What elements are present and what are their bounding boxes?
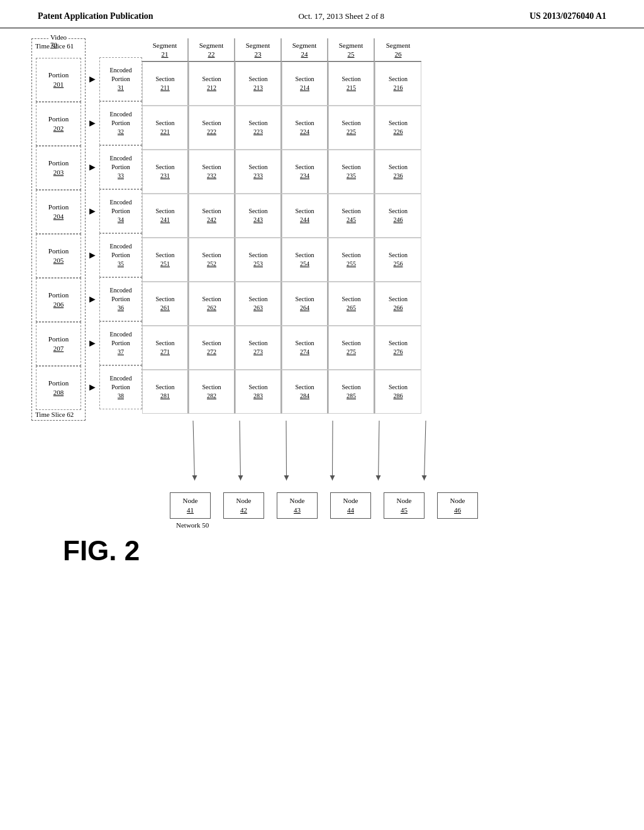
arrow-icon: ► [86, 145, 99, 189]
node-41: Node41 [170, 492, 211, 519]
sec-label: Section [389, 119, 408, 128]
seg-label: Segment [339, 42, 364, 49]
sec-num: 266 [394, 304, 403, 313]
sec-label: Section [296, 339, 314, 348]
sec-num: 255 [347, 260, 356, 268]
enc-label: Encoded [110, 242, 132, 251]
section-244: Section244 [282, 194, 328, 238]
encoded-portion-box-37: EncodedPortion37 [99, 321, 142, 365]
portion-label: Portion [48, 379, 69, 388]
sec-num: 211 [160, 84, 170, 92]
sec-num: 256 [394, 260, 403, 268]
encoded-row-37: ►EncodedPortion37 [86, 321, 142, 365]
sec-num: 285 [347, 392, 356, 401]
sec-num: 284 [300, 392, 309, 401]
node-num: 43 [294, 506, 301, 515]
segment-header-23: Segment23 [235, 38, 282, 62]
sec-label: Section [156, 119, 175, 128]
section-222: Section222 [189, 106, 235, 150]
enc-num: 31 [118, 84, 124, 92]
sec-label: Section [249, 163, 268, 172]
segment-header-25: Segment25 [328, 38, 375, 62]
enc-label: Portion [111, 75, 130, 84]
seg-num: 24 [301, 50, 308, 58]
seg-num: 26 [395, 50, 402, 58]
encoded-portion-box-34: EncodedPortion34 [99, 189, 142, 233]
sec-label: Section [249, 119, 268, 128]
sec-label: Section [389, 383, 408, 392]
node-num: 45 [401, 506, 408, 515]
sec-label: Section [156, 295, 175, 304]
section-row-0: Section211Section212Section213Section214… [142, 62, 421, 106]
section-241: Section241 [142, 194, 189, 238]
portion-num: 204 [53, 212, 64, 221]
node-46: Node46 [437, 492, 478, 519]
sec-num: 234 [300, 172, 309, 180]
sections-area: Segment21Segment22Segment23Segment24Segm… [142, 38, 421, 414]
outer-portions-box: Video 70 Time Slice 61 Time Slice 62 Por… [31, 38, 86, 421]
portion-box-208: Portion208 [36, 366, 81, 410]
sec-label: Section [156, 383, 175, 392]
segment-header-21: Segment21 [142, 38, 189, 62]
sec-label: Section [389, 75, 408, 84]
seg-num: 25 [348, 50, 355, 58]
sec-num: 225 [347, 128, 356, 136]
sec-label: Section [342, 383, 361, 392]
svg-marker-5 [284, 475, 289, 480]
sec-num: 246 [394, 216, 403, 224]
sec-label: Section [342, 163, 361, 172]
section-261: Section261 [142, 282, 189, 326]
section-252: Section252 [189, 238, 235, 282]
sec-num: 274 [300, 348, 309, 357]
svg-line-8 [379, 421, 380, 480]
node-num: 42 [240, 506, 247, 515]
section-275: Section275 [328, 326, 375, 370]
sec-label: Section [203, 119, 221, 128]
sec-label: Section [342, 75, 361, 84]
segment-header-22: Segment22 [189, 38, 235, 62]
section-243: Section243 [235, 194, 282, 238]
portion-box-204: Portion204 [36, 190, 81, 234]
time-slice-62-label: Time Slice 62 [35, 411, 74, 418]
enc-num: 32 [118, 128, 124, 136]
section-row-7: Section281Section282Section283Section284… [142, 370, 421, 414]
svg-line-2 [240, 421, 241, 480]
section-211: Section211 [142, 62, 189, 106]
sec-label: Section [203, 163, 221, 172]
encoded-portion-box-36: EncodedPortion36 [99, 277, 142, 321]
section-231: Section231 [142, 150, 189, 194]
encoded-row-31: ►EncodedPortion31 [86, 57, 142, 101]
sec-label: Section [296, 383, 314, 392]
encoded-portion-box-38: EncodedPortion38 [99, 365, 142, 409]
arrow-icon: ► [86, 101, 99, 145]
sec-num: 241 [160, 216, 170, 224]
section-281: Section281 [142, 370, 189, 414]
node-45: Node45 [384, 492, 425, 519]
portion-label: Portion [48, 70, 69, 80]
section-row-5: Section261Section262Section263Section264… [142, 282, 421, 326]
section-273: Section273 [235, 326, 282, 370]
sec-num: 253 [253, 260, 263, 268]
sec-num: 245 [347, 216, 356, 224]
sec-num: 272 [207, 348, 216, 357]
sec-label: Section [249, 251, 268, 260]
portion-box-201: Portion201 [36, 58, 81, 102]
section-274: Section274 [282, 326, 328, 370]
section-212: Section212 [189, 62, 235, 106]
sec-num: 271 [160, 348, 170, 357]
sec-num: 231 [160, 172, 170, 180]
arrow-icon: ► [86, 57, 99, 101]
sec-label: Section [203, 207, 221, 216]
enc-num: 37 [118, 348, 124, 357]
section-242: Section242 [189, 194, 235, 238]
encoded-portion-box-33: EncodedPortion33 [99, 145, 142, 189]
section-232: Section232 [189, 150, 235, 194]
encoded-row-33: ►EncodedPortion33 [86, 145, 142, 189]
seg-num: 23 [255, 50, 262, 58]
portion-label: Portion [48, 335, 69, 344]
header-center: Oct. 17, 2013 Sheet 2 of 8 [298, 11, 384, 21]
sec-label: Section [203, 295, 221, 304]
sec-num: 243 [253, 216, 263, 224]
section-272: Section272 [189, 326, 235, 370]
sec-label: Section [296, 163, 314, 172]
